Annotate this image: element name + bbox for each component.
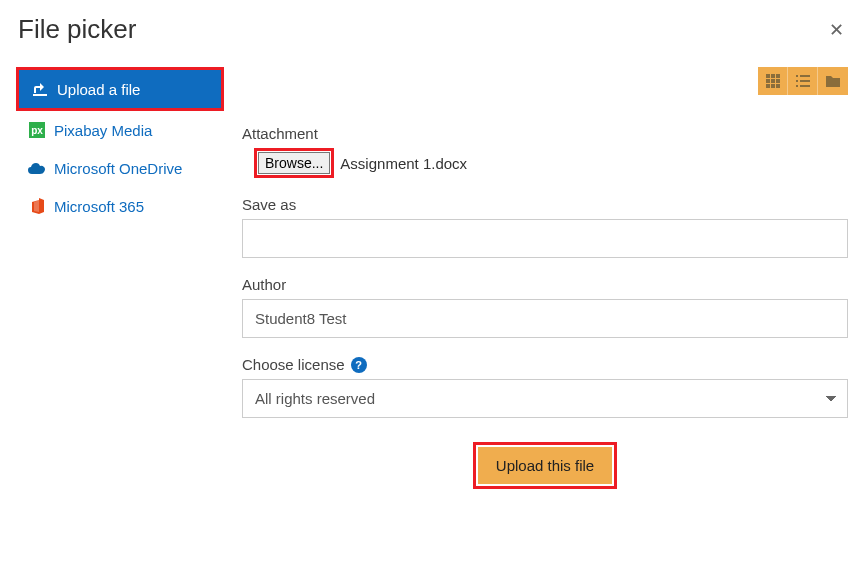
svg-rect-7 (776, 79, 780, 83)
svg-rect-14 (800, 80, 810, 82)
svg-text:px: px (31, 125, 43, 136)
folder-icon (826, 75, 840, 87)
svg-rect-5 (766, 79, 770, 83)
sidebar-item-label: Microsoft OneDrive (54, 160, 182, 177)
svg-rect-11 (796, 75, 798, 77)
close-button[interactable]: ✕ (825, 15, 848, 45)
grid-icon (766, 74, 780, 88)
sidebar-item-label: Pixabay Media (54, 122, 152, 139)
repository-sidebar: Upload a file px Pixabay Media Microsoft… (16, 67, 224, 489)
browse-button[interactable]: Browse... (258, 152, 330, 174)
sidebar-item-label: Microsoft 365 (54, 198, 144, 215)
svg-rect-4 (776, 74, 780, 78)
attachment-label: Attachment (242, 125, 848, 142)
svg-rect-16 (800, 85, 810, 87)
view-mode-group (758, 67, 848, 95)
license-select[interactable]: All rights reserved (242, 379, 848, 418)
selected-filename: Assignment 1.docx (340, 155, 467, 172)
svg-rect-3 (771, 74, 775, 78)
svg-rect-9 (771, 84, 775, 88)
svg-rect-8 (766, 84, 770, 88)
view-list-button[interactable] (788, 67, 818, 95)
svg-rect-6 (771, 79, 775, 83)
dialog-title: File picker (18, 14, 136, 45)
svg-rect-15 (796, 85, 798, 87)
browse-highlight: Browse... (254, 148, 334, 178)
svg-rect-13 (796, 80, 798, 82)
save-as-label: Save as (242, 196, 848, 213)
submit-highlight: Upload this file (473, 442, 617, 489)
license-label: Choose license (242, 356, 345, 373)
sidebar-item-label: Upload a file (57, 81, 140, 98)
help-icon[interactable]: ? (351, 357, 367, 373)
view-icons-button[interactable] (758, 67, 788, 95)
microsoft365-icon (28, 197, 46, 215)
sidebar-item-onedrive[interactable]: Microsoft OneDrive (16, 149, 224, 187)
svg-rect-12 (800, 75, 810, 77)
list-icon (796, 75, 810, 87)
svg-rect-2 (766, 74, 770, 78)
save-as-input[interactable] (242, 219, 848, 258)
pixabay-icon: px (28, 121, 46, 139)
upload-button[interactable]: Upload this file (478, 447, 612, 484)
sidebar-item-microsoft365[interactable]: Microsoft 365 (16, 187, 224, 225)
author-input[interactable] (242, 299, 848, 338)
upload-icon (31, 80, 49, 98)
sidebar-item-pixabay[interactable]: px Pixabay Media (16, 111, 224, 149)
close-icon: ✕ (829, 20, 844, 40)
view-tree-button[interactable] (818, 67, 848, 95)
svg-rect-10 (776, 84, 780, 88)
onedrive-icon (28, 159, 46, 177)
author-label: Author (242, 276, 848, 293)
sidebar-item-upload-file[interactable]: Upload a file (16, 67, 224, 111)
